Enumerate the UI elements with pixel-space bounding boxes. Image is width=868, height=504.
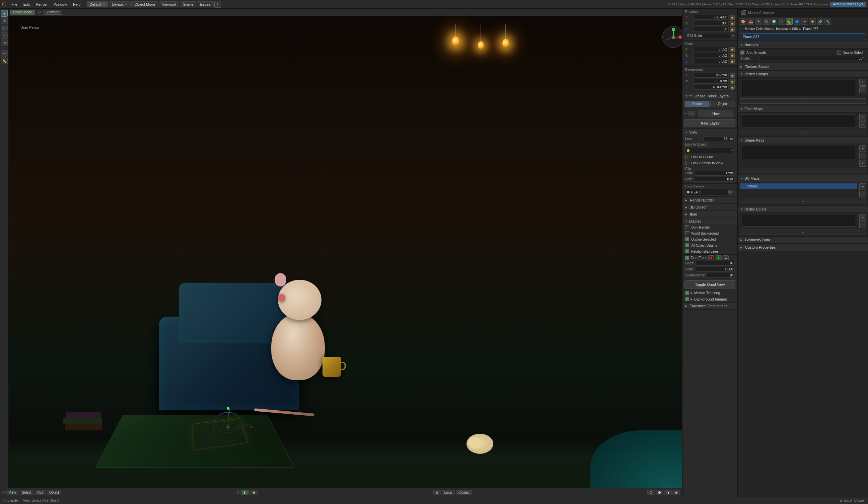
rotation-y-input[interactable]: 90° <box>693 21 729 26</box>
vertex-colors-header[interactable]: ▼ Vertex Colors <box>738 206 868 213</box>
face-maps-add-btn[interactable]: + <box>859 114 866 120</box>
lock-camera-checkbox[interactable] <box>685 161 689 165</box>
double-sided-checkbox[interactable] <box>837 51 841 54</box>
rotation-z-lock[interactable]: 🔒 <box>730 27 735 32</box>
shading-solid-btn[interactable]: ⬢ <box>656 490 663 495</box>
frp-object-name-input[interactable] <box>740 33 866 40</box>
texture-space-header[interactable]: ▶ Texture Space <box>738 63 868 70</box>
frp-render-props-btn[interactable]: 🎨 <box>740 18 746 25</box>
annotate-tool[interactable]: ✏ <box>1 50 8 57</box>
shading-wire-btn[interactable]: ⬡ <box>647 490 655 495</box>
vertex-groups-remove-btn[interactable]: − <box>859 86 866 93</box>
cursor-3d-header[interactable]: ▶ 3D Cursor <box>682 204 737 210</box>
proportional-btn[interactable]: Closest <box>456 490 472 495</box>
rotation-x-lock[interactable]: 🔒 <box>730 15 735 20</box>
lock-cursor-checkbox[interactable] <box>685 155 689 159</box>
frp-mesh-props-btn[interactable]: 📐 <box>786 18 793 25</box>
background-images-checkbox[interactable] <box>685 297 689 301</box>
view-menu-btn[interactable]: View <box>6 490 18 495</box>
cursor-tool[interactable]: ⊕ <box>1 10 8 17</box>
shape-keys-header[interactable]: ▼ Shape Keys <box>738 137 868 144</box>
dim-x-input[interactable]: 1.882mm <box>693 73 729 78</box>
grid-floor-checkbox[interactable] <box>685 256 689 260</box>
add-menu-btn[interactable]: Add <box>35 490 45 495</box>
frp-object-props-btn[interactable]: ⬡ <box>778 18 785 25</box>
new-layer-button[interactable]: New Layer <box>684 119 735 127</box>
scale-z-input[interactable]: 0.552 <box>693 59 729 64</box>
rotation-z-input[interactable]: 0° <box>693 27 729 32</box>
frp-modifiers-btn[interactable]: 🔧 <box>825 18 831 25</box>
shape-keys-remove-btn[interactable]: − <box>859 153 866 159</box>
frp-view-layer-btn[interactable]: 👁 <box>755 18 762 25</box>
nav-gizmo[interactable] <box>662 26 682 48</box>
frp-output-props-btn[interactable]: 📤 <box>747 18 754 25</box>
frp-physics-btn[interactable]: ⚡ <box>809 18 816 25</box>
scale-x-lock[interactable]: 🔒 <box>730 47 735 52</box>
dim-z-input[interactable]: 6.941mm <box>693 85 729 90</box>
gp-tab-scene[interactable]: Scene <box>684 101 710 107</box>
dim-x-lock[interactable]: 🔒 <box>730 73 735 78</box>
custom-properties-header[interactable]: ▶ Custom Properties <box>738 244 868 251</box>
frp-world-props-btn[interactable]: 🌍 <box>771 18 777 25</box>
vertex-groups-header[interactable]: ▼ Vertex Groups <box>738 71 868 78</box>
outline-selected-checkbox[interactable] <box>685 237 689 241</box>
render-menu[interactable]: Render <box>33 2 51 7</box>
dim-z-lock[interactable]: 🔒 <box>730 85 735 90</box>
shading-mode-btn[interactable]: ◐ <box>241 490 249 495</box>
rotate-tool[interactable]: ↻ <box>1 25 8 31</box>
workspace-default[interactable]: Default ✕ <box>87 1 108 7</box>
uv-maps-remove-btn[interactable]: − <box>859 191 866 198</box>
workspace-object-mode[interactable]: Object Mode <box>131 1 158 7</box>
scale-z-lock[interactable]: 🔒 <box>730 59 735 64</box>
grid-x-btn[interactable]: X <box>708 255 714 260</box>
scale-y-input[interactable]: 0.552 <box>693 53 729 58</box>
world-background-checkbox[interactable] <box>685 231 689 235</box>
grid-z-btn[interactable]: Z <box>723 255 729 260</box>
vertex-groups-add-btn[interactable]: + <box>859 79 866 86</box>
motion-tracking-checkbox[interactable] <box>685 291 689 295</box>
gp-tab-object[interactable]: Object <box>710 101 735 107</box>
move-tool[interactable]: ✛ <box>1 18 8 24</box>
normals-header[interactable]: ▼ Normals <box>738 42 868 49</box>
auto-smooth-checkbox[interactable] <box>741 51 744 54</box>
shading-material-btn[interactable]: ◑ <box>664 490 672 495</box>
all-obj-origins-checkbox[interactable] <box>685 243 689 247</box>
rotation-x-input[interactable]: -36.499° <box>693 15 729 20</box>
view-header[interactable]: ▼ View <box>682 129 737 136</box>
geometry-data-header[interactable]: ▶ Geometry Data <box>738 237 868 244</box>
lines-input[interactable]: 16 <box>695 261 735 266</box>
uv-maps-eq-btn[interactable]: − <box>740 199 866 204</box>
relationship-lines-checkbox[interactable] <box>685 249 689 253</box>
frp-particles-btn[interactable]: ✦ <box>802 18 808 25</box>
object-mode-dropdown[interactable]: Object Mode <box>10 10 35 15</box>
snap-btn[interactable]: Local <box>442 490 455 495</box>
window-menu[interactable]: Window <box>51 2 70 7</box>
motion-tracking-header[interactable]: ▶ Motion Tracking <box>682 290 737 296</box>
gp-add-icon[interactable]: + <box>689 111 695 116</box>
normals-angle-input[interactable]: 30° <box>759 56 865 61</box>
workspace-scene[interactable]: Scene <box>180 1 196 7</box>
local-camera-pick-btn[interactable]: ✕ <box>728 190 733 195</box>
shape-keys-extra-btn[interactable]: ▼ <box>859 160 866 167</box>
shape-keys-eq-btn[interactable]: − <box>740 168 866 174</box>
shape-keys-add-btn[interactable]: + <box>859 145 866 152</box>
workspace-close-icon[interactable]: ✕ <box>103 3 105 6</box>
object-menu-btn[interactable]: Object <box>47 490 61 495</box>
overlay-btn[interactable]: ◉ <box>250 490 258 495</box>
rotation-mode-dropdown[interactable]: XYZ Euler <box>685 33 730 38</box>
frp-material-props-btn[interactable]: 🔵 <box>794 18 800 25</box>
add-workspace-button[interactable]: + <box>214 1 221 8</box>
uv-map-item-uvmap[interactable]: UVMap <box>740 183 857 189</box>
workspace-close-icon-2[interactable]: ✕ <box>125 3 127 6</box>
vertex-colors-add-btn[interactable]: + <box>859 214 866 221</box>
uv-maps-add-btn[interactable]: + <box>859 183 866 190</box>
workspace-layout[interactable]: Default ✕ <box>109 1 131 7</box>
workspace-eevee[interactable]: Eevee <box>197 1 213 7</box>
lens-input[interactable]: 35mm <box>703 136 735 141</box>
edit-menu[interactable]: Edit <box>21 2 32 7</box>
viewport-canvas[interactable]: User Persp (190) bookcover008 <box>9 16 682 497</box>
transform-orientations-header[interactable]: ▶ Transform Orientations <box>682 303 737 309</box>
status-view-section[interactable]: View Select Add Object <box>23 498 59 502</box>
face-maps-remove-btn[interactable]: − <box>859 121 866 128</box>
grid-y-btn[interactable]: Y <box>716 255 722 260</box>
